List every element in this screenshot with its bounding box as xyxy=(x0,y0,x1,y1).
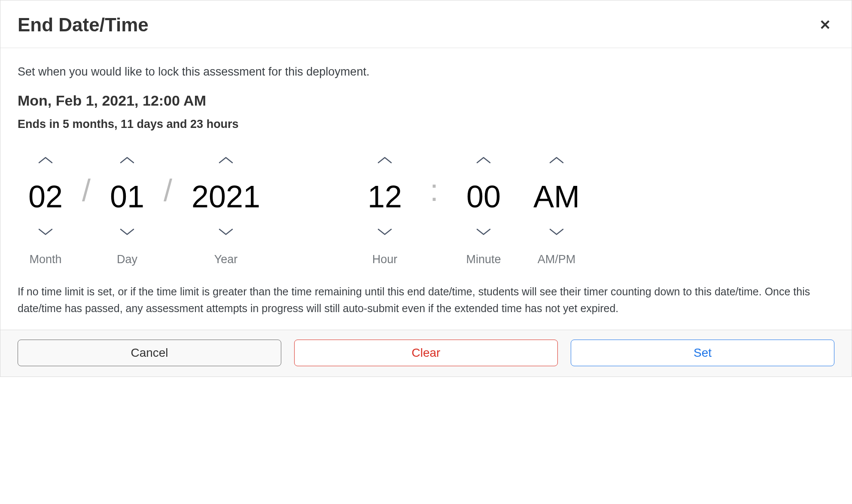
month-label: Month xyxy=(29,253,61,266)
dialog-footer: Cancel Clear Set xyxy=(0,330,852,376)
year-increment-button[interactable] xyxy=(209,152,243,169)
chevron-down-icon xyxy=(217,227,234,237)
datetime-picker-row: 02 Month / 01 Day / xyxy=(18,152,834,266)
chevron-up-icon xyxy=(37,155,54,165)
time-separator: : xyxy=(430,175,438,206)
ends-in-display: Ends in 5 months, 11 days and 23 hours xyxy=(18,118,834,131)
ampm-value[interactable]: AM xyxy=(533,169,580,224)
month-decrement-button[interactable] xyxy=(28,224,63,241)
note-text: If no time limit is set, or if the time … xyxy=(18,283,834,317)
clear-button[interactable]: Clear xyxy=(294,340,558,366)
minute-decrement-button[interactable] xyxy=(466,224,501,241)
minute-label: Minute xyxy=(466,253,501,266)
date-separator: / xyxy=(164,175,172,206)
year-decrement-button[interactable] xyxy=(209,224,243,241)
chevron-down-icon xyxy=(376,227,393,237)
chevron-up-icon xyxy=(548,155,565,165)
dialog-body: Set when you would like to lock this ass… xyxy=(0,48,852,330)
chevron-down-icon xyxy=(37,227,54,237)
chevron-up-icon xyxy=(475,155,492,165)
day-increment-button[interactable] xyxy=(110,152,144,169)
hour-stepper: 12 Hour xyxy=(357,152,413,266)
close-icon: ✕ xyxy=(819,17,831,33)
chevron-up-icon xyxy=(376,155,393,165)
ampm-stepper: AM AM/PM xyxy=(529,152,584,266)
chevron-down-icon xyxy=(548,227,565,237)
date-separator: / xyxy=(82,175,91,206)
year-stepper: 2021 Year xyxy=(181,152,271,266)
dialog-header: End Date/Time ✕ xyxy=(0,0,852,48)
month-increment-button[interactable] xyxy=(28,152,63,169)
year-value[interactable]: 2021 xyxy=(192,169,260,224)
year-label: Year xyxy=(214,253,238,266)
selected-date-display: Mon, Feb 1, 2021, 12:00 AM xyxy=(18,92,834,109)
hour-increment-button[interactable] xyxy=(368,152,402,169)
minute-stepper: 00 Minute xyxy=(456,152,511,266)
minute-increment-button[interactable] xyxy=(466,152,501,169)
time-group: 12 Hour : 00 Minute xyxy=(357,152,584,266)
day-value[interactable]: 01 xyxy=(110,169,144,224)
dialog-title: End Date/Time xyxy=(18,14,149,36)
ampm-label: AM/PM xyxy=(538,253,576,266)
month-value[interactable]: 02 xyxy=(28,169,63,224)
day-decrement-button[interactable] xyxy=(110,224,144,241)
end-date-time-dialog: End Date/Time ✕ Set when you would like … xyxy=(0,0,852,377)
day-stepper: 01 Day xyxy=(99,152,155,266)
ampm-decrement-button[interactable] xyxy=(539,224,574,241)
minute-value[interactable]: 00 xyxy=(466,169,501,224)
hour-value[interactable]: 12 xyxy=(368,169,402,224)
hour-decrement-button[interactable] xyxy=(368,224,402,241)
close-button[interactable]: ✕ xyxy=(816,15,834,35)
ampm-increment-button[interactable] xyxy=(539,152,574,169)
chevron-down-icon xyxy=(475,227,492,237)
hour-label: Hour xyxy=(372,253,398,266)
chevron-up-icon xyxy=(217,155,234,165)
chevron-up-icon xyxy=(119,155,136,165)
intro-text: Set when you would like to lock this ass… xyxy=(18,65,834,79)
date-group: 02 Month / 01 Day / xyxy=(18,152,271,266)
month-stepper: 02 Month xyxy=(18,152,73,266)
day-label: Day xyxy=(117,253,137,266)
chevron-down-icon xyxy=(119,227,136,237)
set-button[interactable]: Set xyxy=(571,340,834,366)
cancel-button[interactable]: Cancel xyxy=(18,340,281,366)
